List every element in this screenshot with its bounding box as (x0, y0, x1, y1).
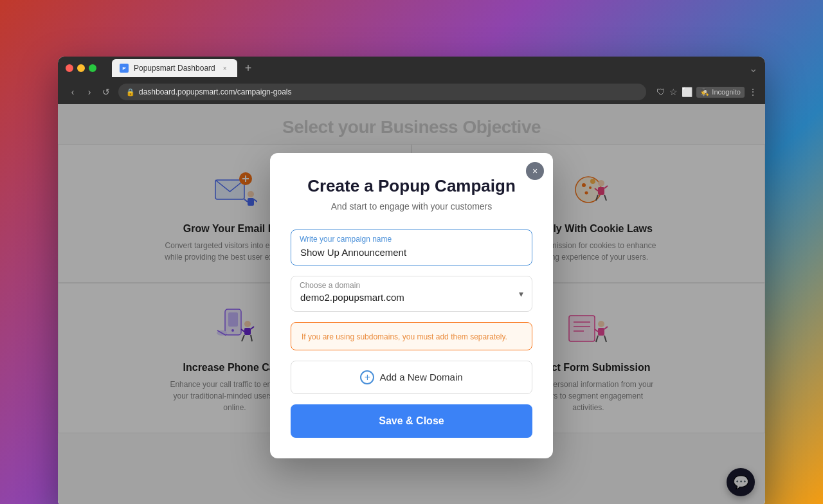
page-content: Select your Business Objective (58, 104, 765, 504)
minimize-window-button[interactable] (77, 64, 85, 72)
add-domain-label: Add a New Domain (379, 372, 462, 382)
traffic-lights (66, 64, 96, 72)
subdomain-warning: If you are using subdomains, you must ad… (291, 322, 532, 350)
modal-close-button[interactable]: × (526, 162, 544, 180)
browser-addressbar: ‹ › ↺ 🔒 dashboard.popupsmart.com/campaig… (58, 80, 765, 104)
domain-select-group: Choose a domain demo2.popupsmart.com dem… (291, 276, 532, 312)
nav-buttons: ‹ › ↺ (66, 85, 113, 99)
save-close-button[interactable]: Save & Close (291, 404, 532, 438)
modal-overlay: × Create a Popup Campaign And start to e… (58, 104, 765, 504)
url-text: dashboard.popupsmart.com/campaign-goals (139, 87, 291, 96)
incognito-label: Incognito (712, 88, 741, 96)
close-window-button[interactable] (66, 64, 73, 72)
maximize-window-button[interactable] (89, 64, 96, 72)
lock-icon: 🔒 (126, 88, 135, 96)
tab-close-button[interactable]: × (221, 64, 230, 73)
browser-tabs: P Popupsmart Dashboard × + (112, 59, 257, 77)
warning-text: If you are using subdomains, you must ad… (302, 332, 507, 341)
reload-button[interactable]: ↺ (99, 85, 113, 99)
tab-favicon: P (120, 64, 129, 73)
address-bar[interactable]: 🔒 dashboard.popupsmart.com/campaign-goal… (118, 84, 646, 100)
tab-switcher-icon[interactable]: ⬜ (682, 87, 692, 97)
more-options-icon[interactable]: ⋮ (748, 87, 757, 97)
browser-window: P Popupsmart Dashboard × + ⌄ ‹ › ↺ 🔒 das… (58, 57, 765, 504)
tab-title: Popupsmart Dashboard (134, 64, 215, 73)
campaign-name-group: Write your campaign name (291, 230, 532, 266)
plus-circle-icon: + (360, 370, 374, 384)
incognito-badge: 🕵 Incognito (696, 87, 745, 98)
campaign-name-input[interactable] (291, 230, 532, 266)
browser-titlebar: P Popupsmart Dashboard × + ⌄ (58, 57, 765, 80)
incognito-icon: 🕵 (700, 88, 709, 96)
add-domain-button[interactable]: + Add a New Domain (291, 361, 532, 394)
modal-title: Create a Popup Campaign (291, 176, 532, 196)
back-button[interactable]: ‹ (66, 85, 80, 99)
browser-actions: 🛡 ☆ ⬜ 🕵 Incognito ⋮ (656, 87, 757, 98)
new-tab-button[interactable]: + (240, 62, 257, 75)
window-expand-icon: ⌄ (749, 62, 757, 75)
active-tab[interactable]: P Popupsmart Dashboard × (112, 59, 237, 77)
modal-subtitle: And start to engage with your customers (291, 201, 532, 212)
forward-button[interactable]: › (82, 85, 96, 99)
shield-icon: 🛡 (656, 87, 665, 97)
domain-select[interactable]: demo2.popupsmart.com demo.popupsmart.com (291, 276, 532, 312)
create-campaign-modal: × Create a Popup Campaign And start to e… (270, 153, 553, 458)
bookmark-icon[interactable]: ☆ (669, 87, 678, 97)
